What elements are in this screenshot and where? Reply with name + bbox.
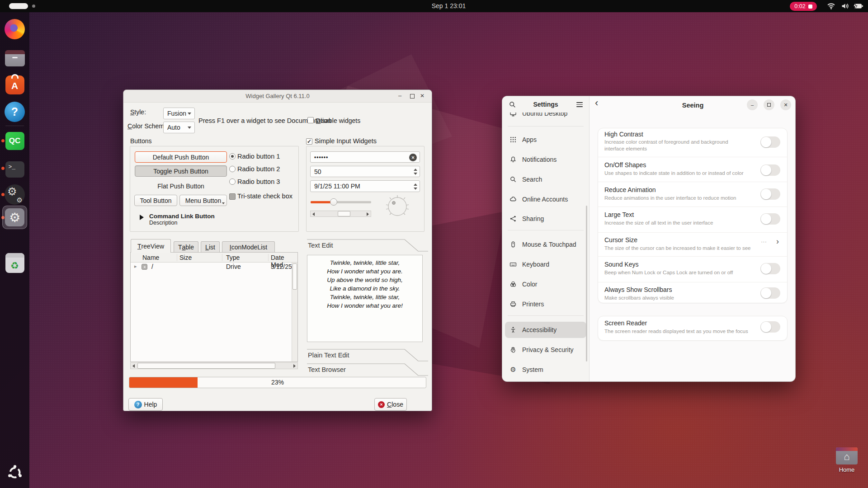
toolbox-text-edit[interactable]: Text Edit bbox=[308, 242, 333, 249]
slider-track[interactable] bbox=[311, 201, 371, 203]
on-off-shapes-toggle[interactable] bbox=[760, 164, 780, 176]
sidebar-scrollbar[interactable] bbox=[586, 206, 587, 361]
datetime-arrows[interactable] bbox=[414, 183, 417, 190]
tri-state-checkbox[interactable] bbox=[229, 193, 236, 200]
color-scheme-combobox[interactable]: Auto bbox=[163, 122, 195, 133]
toolbox-plain-text-edit[interactable]: Plain Text Edit bbox=[308, 352, 349, 359]
tab-table[interactable]: Table bbox=[174, 241, 198, 253]
command-link-button[interactable]: Command Link Button bbox=[149, 213, 215, 220]
tool-button[interactable]: Tool Button bbox=[134, 195, 177, 206]
clear-text-icon[interactable]: ✕ bbox=[409, 154, 417, 161]
sidebar-item-ubuntu-desktop[interactable]: Ubuntu Desktop bbox=[505, 113, 586, 122]
radio-button-1-label[interactable]: Radio button 1 bbox=[237, 153, 280, 160]
sidebar-item-accessibility[interactable]: Accessibility bbox=[505, 322, 586, 338]
dock-settings-active[interactable]: ⚙ bbox=[2, 206, 27, 229]
tree-vscroll-thumb[interactable] bbox=[292, 263, 297, 290]
tab-icon-mode-list[interactable]: Icon Mode List bbox=[222, 241, 275, 253]
menu-icon[interactable] bbox=[576, 102, 583, 108]
dock-trash[interactable]: ♻ bbox=[4, 252, 25, 273]
dock-software-center[interactable]: A bbox=[4, 74, 25, 95]
spinbox-arrows[interactable] bbox=[414, 169, 417, 175]
tri-state-label[interactable]: Tri-state check box bbox=[237, 192, 292, 200]
dock-terminal[interactable]: >_ bbox=[4, 159, 25, 180]
sidebar-item-privacy-security[interactable]: Privacy & Security bbox=[505, 342, 586, 358]
sidebar-item-notifications[interactable]: Notifications bbox=[505, 151, 586, 168]
tree-row[interactable]: ▸ / Drive 3/12/25 1 bbox=[131, 263, 297, 272]
clock[interactable]: Sep 1 23:01 bbox=[398, 2, 500, 9]
screen-recording-indicator[interactable]: 0:02 bbox=[790, 2, 817, 11]
column-name[interactable]: Name bbox=[142, 254, 159, 261]
column-type[interactable]: Type bbox=[226, 254, 240, 261]
reduce-animation-toggle[interactable] bbox=[760, 188, 780, 200]
expand-arrow-icon[interactable]: ▸ bbox=[134, 263, 137, 269]
disable-widgets-label[interactable]: Disable widgets bbox=[316, 117, 360, 124]
disable-widgets-checkbox[interactable] bbox=[307, 117, 314, 123]
scroll-right-icon[interactable] bbox=[293, 364, 296, 368]
qt-titlebar[interactable]: Widget Gallery Qt 6.11.0 – ✕ bbox=[123, 90, 432, 103]
style-combobox[interactable]: Fusion bbox=[163, 108, 195, 119]
radio-button-2[interactable] bbox=[229, 166, 236, 172]
dock-help[interactable]: ? bbox=[4, 101, 25, 122]
sidebar-item-online-accounts[interactable]: Online Accounts bbox=[505, 191, 586, 207]
scroll-left-icon[interactable] bbox=[312, 212, 315, 216]
large-text-toggle[interactable] bbox=[760, 213, 780, 225]
spinbox[interactable]: 50 bbox=[310, 166, 420, 177]
sidebar-item-sharing[interactable]: Sharing bbox=[505, 211, 586, 227]
tree-hscroll-thumb[interactable] bbox=[137, 363, 275, 369]
workspace-indicator-dot[interactable] bbox=[32, 5, 35, 8]
qt-minimize-button[interactable]: – bbox=[398, 92, 401, 99]
sidebar-item-search[interactable]: Search bbox=[505, 171, 586, 188]
toolbox-text-browser[interactable]: Text Browser bbox=[308, 366, 346, 373]
dock-files[interactable] bbox=[4, 47, 25, 69]
always-show-scrollbars-toggle[interactable] bbox=[760, 287, 780, 299]
toggle-push-button[interactable]: Toggle Push Button bbox=[135, 165, 227, 177]
flat-push-button[interactable]: Flat Push Button bbox=[135, 182, 227, 191]
menu-button[interactable]: Menu Button bbox=[179, 195, 227, 206]
simple-input-checkbox[interactable]: ✓ bbox=[306, 138, 312, 145]
settings-close-button[interactable]: ✕ bbox=[780, 99, 791, 110]
sidebar-item-system[interactable]: ⚙ System bbox=[505, 361, 586, 378]
sidebar-item-keyboard[interactable]: Keyboard bbox=[505, 256, 586, 272]
dock-show-apps[interactable] bbox=[4, 462, 25, 483]
tab-list[interactable]: List bbox=[201, 241, 220, 253]
workspace-indicator-active[interactable] bbox=[9, 3, 28, 9]
radio-button-3-label[interactable]: Radio button 3 bbox=[237, 178, 280, 185]
sidebar-item-apps[interactable]: Apps bbox=[505, 131, 586, 148]
sound-keys-toggle[interactable] bbox=[760, 263, 780, 274]
demo-scrollbar[interactable] bbox=[310, 211, 371, 217]
radio-button-3[interactable] bbox=[229, 178, 236, 185]
dock-gears-app[interactable]: ⚙⚙ bbox=[4, 184, 25, 205]
tree-view[interactable]: Name Size Type Date Mod ▸ / Drive 3/12/2… bbox=[130, 252, 298, 362]
radio-button-2-label[interactable]: Radio button 2 bbox=[237, 165, 280, 173]
qt-close-button[interactable]: ✕ bbox=[420, 93, 425, 99]
slider-handle[interactable] bbox=[330, 198, 337, 206]
close-button[interactable]: ✕ Close bbox=[374, 398, 407, 411]
tab-tree-view[interactable]: Tree View bbox=[131, 239, 171, 253]
default-push-button[interactable]: Default Push Button bbox=[135, 151, 227, 163]
settings-minimize-button[interactable]: – bbox=[747, 99, 758, 110]
high-contrast-toggle[interactable] bbox=[760, 136, 780, 148]
radio-button-1[interactable] bbox=[229, 153, 236, 160]
scrollbar-thumb[interactable] bbox=[338, 211, 350, 216]
settings-sidebar-list[interactable]: Ubuntu Desktop Apps Notifications Search bbox=[502, 113, 589, 382]
sidebar-item-mouse-touchpad[interactable]: Mouse & Touchpad bbox=[505, 236, 586, 253]
tree-header[interactable]: Name Size Type Date Mod bbox=[131, 253, 297, 263]
tree-hscrollbar[interactable] bbox=[130, 362, 298, 369]
help-button[interactable]: ? Help bbox=[128, 398, 163, 411]
password-field[interactable]: •••••• ✕ bbox=[310, 151, 420, 163]
tree-vscrollbar[interactable] bbox=[292, 263, 297, 361]
sidebar-item-color[interactable]: Color bbox=[505, 276, 586, 292]
column-size[interactable]: Size bbox=[179, 254, 192, 261]
screen-reader-toggle[interactable] bbox=[760, 321, 780, 333]
simple-input-label[interactable]: Simple Input Widgets bbox=[315, 137, 377, 145]
dial-widget[interactable] bbox=[385, 194, 410, 219]
home-desktop-icon[interactable]: ⌂ Home bbox=[834, 447, 859, 473]
datetime-field[interactable]: 9/1/25 11:00 PM bbox=[310, 180, 420, 192]
scroll-right-icon[interactable] bbox=[367, 212, 369, 216]
sidebar-item-printers[interactable]: Printers bbox=[505, 296, 586, 312]
qt-maximize-button[interactable] bbox=[410, 94, 415, 99]
dock-firefox[interactable] bbox=[4, 19, 25, 40]
dock-qc-app[interactable]: QC bbox=[4, 130, 25, 151]
settings-maximize-button[interactable] bbox=[764, 99, 774, 110]
scroll-left-icon[interactable] bbox=[132, 364, 135, 368]
